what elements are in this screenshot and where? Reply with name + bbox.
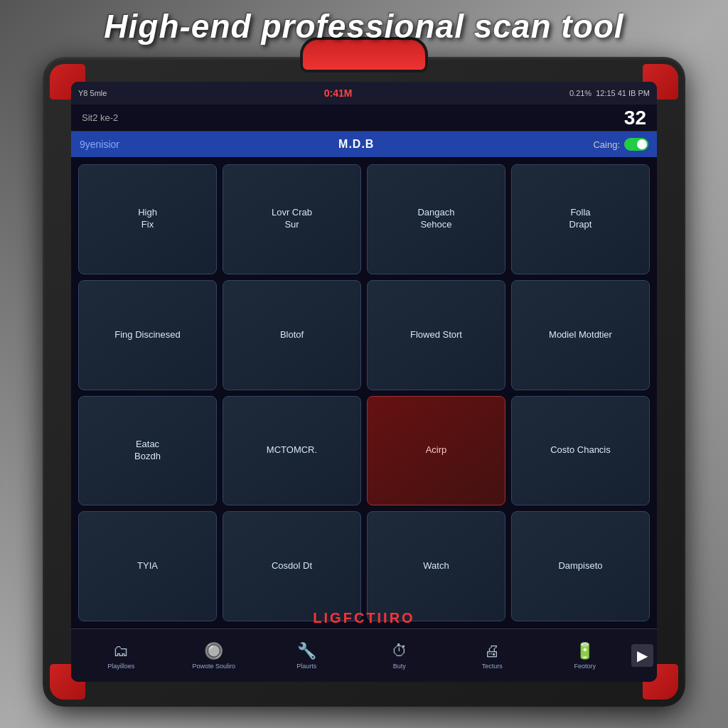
toolbar-label-2: Plaurts bbox=[296, 663, 316, 670]
grid-button-5[interactable]: Blotof bbox=[223, 280, 361, 390]
toolbar-icon-5: 🔋 bbox=[575, 642, 594, 660]
grid-button-15[interactable]: Dampiseto bbox=[511, 511, 650, 621]
grid-button-13[interactable]: Cosdol Dt bbox=[223, 511, 361, 621]
toolbar-item-5[interactable]: 🔋Feotory bbox=[539, 642, 632, 670]
status-right: 0.21% 12:15 41 IB PM bbox=[569, 89, 650, 97]
nav-brand: 9yenisior bbox=[80, 139, 119, 150]
page-title: High-end professional scan tool bbox=[0, 7, 728, 46]
toolbar-item-1[interactable]: 🔘Powote Souliro bbox=[168, 642, 261, 670]
top-bar-number: 32 bbox=[624, 107, 646, 129]
toolbar-icon-0: 🗂 bbox=[113, 642, 129, 660]
top-bar: Sit2 ke-2 32 bbox=[71, 105, 657, 132]
status-bar: Y8 5mle 0:41M 0.21% 12:15 41 IB PM bbox=[71, 82, 657, 105]
nav-toggle[interactable]: Caing: bbox=[593, 138, 648, 151]
grid-button-9[interactable]: MCTOMCR. bbox=[223, 396, 361, 506]
toolbar-item-2[interactable]: 🔧Plaurts bbox=[260, 642, 353, 670]
signal-text: Y8 5mle bbox=[78, 89, 107, 97]
grid-button-14[interactable]: Watch bbox=[367, 511, 505, 621]
function-grid: High FixLovr Crab SurDangach SehoceFolla… bbox=[71, 157, 657, 628]
toolbar-icon-2: 🔧 bbox=[297, 642, 316, 660]
toolbar-item-0[interactable]: 🗂Playilloes bbox=[75, 642, 168, 670]
clock-text: 12:15 41 IB PM bbox=[596, 89, 650, 97]
grid-button-12[interactable]: TYIA bbox=[78, 511, 217, 621]
toolbar-icon-3: ⏱ bbox=[392, 642, 407, 660]
toolbar-item-4[interactable]: 🖨Tecturs bbox=[446, 642, 539, 670]
toolbar-label-3: Buty bbox=[393, 663, 406, 670]
grid-button-0[interactable]: High Fix bbox=[78, 164, 217, 274]
grid-button-1[interactable]: Lovr Crab Sur bbox=[223, 164, 361, 274]
toolbar-label-5: Feotory bbox=[574, 663, 596, 670]
device-screen: Y8 5mle 0:41M 0.21% 12:15 41 IB PM Sit2 … bbox=[71, 82, 657, 682]
toggle-switch[interactable] bbox=[624, 138, 648, 151]
network-text: 0.21% bbox=[569, 89, 592, 97]
grid-button-8[interactable]: Eatac Bozdh bbox=[78, 396, 217, 506]
nav-bar: 9yenisior M.D.B Caing: bbox=[71, 132, 657, 157]
grid-button-2[interactable]: Dangach Sehoce bbox=[367, 164, 505, 274]
top-bar-label: Sit2 ke-2 bbox=[82, 112, 118, 123]
brand-label: LIGFCTIIRO bbox=[71, 610, 657, 626]
grid-button-7[interactable]: Modiel Motdtier bbox=[511, 280, 650, 390]
toolbar-icon-1: 🔘 bbox=[204, 642, 223, 660]
grid-button-11[interactable]: Costo Chancis bbox=[511, 396, 650, 506]
nav-title: M.D.B bbox=[338, 138, 374, 151]
toolbar-item-3[interactable]: ⏱Buty bbox=[353, 642, 446, 670]
toolbar-icon-4: 🖨 bbox=[484, 642, 500, 660]
device-shell: Y8 5mle 0:41M 0.21% 12:15 41 IB PM Sit2 … bbox=[43, 57, 685, 707]
status-time: 0:41M bbox=[324, 87, 353, 99]
grid-button-6[interactable]: Flowed Stort bbox=[367, 280, 505, 390]
grid-button-4[interactable]: Fing Discinesed bbox=[78, 280, 217, 390]
toggle-label: Caing: bbox=[593, 139, 620, 150]
bottom-toolbar: 🗂Playilloes🔘Powote Souliro🔧Plaurts⏱Buty🖨… bbox=[71, 628, 657, 682]
status-left: Y8 5mle bbox=[78, 89, 107, 97]
grid-button-3[interactable]: Folla Drapt bbox=[511, 164, 650, 274]
toolbar-next-arrow[interactable]: ▶ bbox=[631, 644, 653, 667]
grid-button-10[interactable]: Acirp bbox=[367, 396, 505, 506]
toolbar-label-4: Tecturs bbox=[482, 663, 503, 670]
toolbar-label-1: Powote Souliro bbox=[192, 663, 235, 670]
toolbar-label-0: Playilloes bbox=[107, 663, 134, 670]
